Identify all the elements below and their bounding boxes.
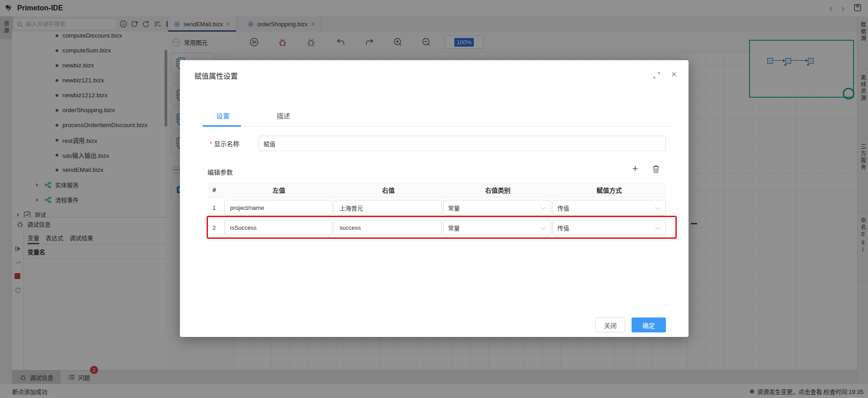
chevron-down-icon bbox=[655, 204, 660, 209]
right-value-input[interactable] bbox=[334, 220, 442, 235]
params-table-header: # 左值 右值 右值类别 赋值方式 bbox=[208, 183, 666, 198]
left-value-input[interactable] bbox=[224, 200, 332, 215]
right-value-category-select[interactable]: 常量 bbox=[443, 200, 551, 215]
params-table: # 左值 右值 右值类别 赋值方式 1 常量 传值 2 常量 传值 bbox=[208, 183, 666, 237]
tab-divider bbox=[203, 126, 674, 127]
assignment-properties-dialog: 赋值属性设置 ✕ 设置 描述 *显示名称 编辑参数 + # 左值 右值 右值类别… bbox=[180, 60, 689, 337]
dialog-tab-description[interactable]: 描述 bbox=[277, 111, 290, 120]
param-row-2: 2 常量 传值 bbox=[208, 218, 666, 237]
active-tab-indicator bbox=[203, 125, 241, 127]
primeton-ide-window: Primeton-IDE ‹ › AI sendEMail.bizx ✕ bbox=[0, 0, 868, 398]
dialog-title: 赋值属性设置 bbox=[194, 70, 238, 81]
assign-mode-select[interactable]: 传值 bbox=[552, 200, 666, 215]
ok-button[interactable]: 确定 bbox=[632, 317, 666, 332]
close-dialog-icon[interactable]: ✕ bbox=[671, 70, 677, 79]
maximize-dialog-icon[interactable] bbox=[653, 72, 660, 80]
right-value-input[interactable] bbox=[334, 200, 442, 215]
delete-param-button[interactable] bbox=[652, 165, 660, 175]
edit-params-label: 编辑参数 bbox=[208, 167, 233, 176]
add-param-button[interactable]: + bbox=[629, 163, 641, 175]
required-marker: * bbox=[210, 140, 212, 147]
dialog-tab-settings[interactable]: 设置 bbox=[216, 111, 230, 120]
row-index: 1 bbox=[208, 204, 224, 211]
chevron-down-icon bbox=[655, 224, 660, 229]
right-value-category-select[interactable]: 常量 bbox=[443, 220, 551, 235]
chevron-down-icon bbox=[540, 204, 545, 209]
left-value-input[interactable] bbox=[224, 220, 332, 235]
param-row-1: 1 常量 传值 bbox=[208, 198, 666, 218]
assign-mode-select[interactable]: 传值 bbox=[552, 220, 666, 235]
display-name-input[interactable] bbox=[259, 136, 666, 151]
row-index: 2 bbox=[208, 224, 224, 231]
close-button[interactable]: 关闭 bbox=[595, 317, 625, 332]
display-name-label: *显示名称 bbox=[210, 139, 239, 148]
chevron-down-icon bbox=[540, 224, 545, 229]
